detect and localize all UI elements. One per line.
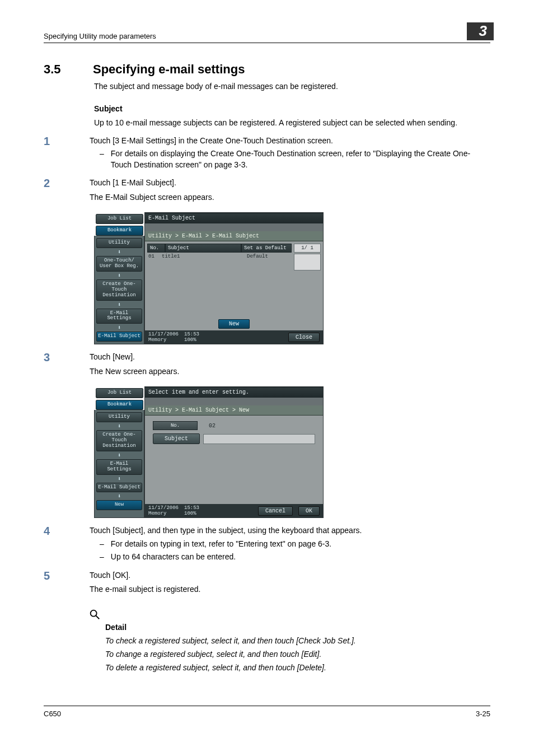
- step-4-bullet-2: Up to 64 characters can be entered.: [111, 552, 236, 563]
- detail-line-3: To delete a registered subject, select i…: [105, 663, 490, 672]
- utility-crumb[interactable]: Utility: [96, 412, 142, 422]
- subject-button[interactable]: Subject: [153, 433, 200, 444]
- chevron-down-icon: ⬇: [95, 249, 144, 255]
- step-1-text: Touch [3 E-Mail Settings] in the Create …: [90, 135, 490, 146]
- col-default: Set as Default: [241, 244, 292, 253]
- chapter-badge: 3: [467, 22, 494, 40]
- email-subject-screen: Job List Bookmark Utility ⬇ One-Touch/ U…: [94, 212, 490, 344]
- step-4-number: 4: [44, 525, 77, 538]
- col-subject: Subject: [165, 244, 241, 253]
- step-3-result: The New screen appears.: [90, 366, 490, 377]
- status-date: 11/17/2006: [148, 505, 179, 511]
- create-onetouch-crumb[interactable]: Create One-Touch Destination: [96, 279, 142, 301]
- utility-crumb[interactable]: Utility: [96, 238, 142, 248]
- bookmark-tab[interactable]: Bookmark: [96, 226, 143, 236]
- close-button[interactable]: Close: [288, 333, 320, 342]
- step-4-text: Touch [Subject], and then type in the su…: [90, 525, 490, 536]
- subject-heading: Subject: [94, 104, 490, 113]
- detail-heading: Detail: [105, 623, 490, 632]
- no-label: No.: [153, 421, 198, 430]
- job-list-tab[interactable]: Job List: [96, 388, 143, 398]
- no-value: 02: [209, 423, 216, 429]
- job-list-tab[interactable]: Job List: [96, 214, 143, 224]
- breadcrumb: Utility > E-Mail Subject > New: [145, 405, 323, 416]
- status-memory-label: Memory: [148, 511, 179, 516]
- detail-line-2: To change a registered subject, select i…: [105, 650, 490, 659]
- row-no[interactable]: 01: [148, 254, 162, 270]
- status-memory-value: 100%: [184, 511, 199, 516]
- intro-text: The subject and message body of e-mail m…: [94, 81, 490, 92]
- chevron-down-icon: ⬇: [95, 423, 144, 430]
- email-settings-crumb[interactable]: E-Mail Settings: [96, 309, 142, 324]
- email-subject-crumb[interactable]: E-Mail Subject: [96, 332, 142, 342]
- running-head: Specifying Utility mode parameters: [44, 32, 156, 40]
- row-default[interactable]: Default: [247, 254, 292, 270]
- step-5-number: 5: [44, 570, 77, 582]
- cancel-button[interactable]: Cancel: [258, 506, 293, 516]
- breadcrumb: Utility > E-Mail > E-Mail Subject: [145, 231, 323, 241]
- step-2-result: The E-Mail Subject screen appears.: [90, 192, 490, 203]
- chevron-down-icon: ⬇: [95, 475, 144, 482]
- status-memory-value: 100%: [184, 337, 199, 343]
- panel-title: E-Mail Subject: [145, 213, 323, 223]
- row-subject[interactable]: title1: [162, 254, 247, 270]
- svg-line-1: [96, 615, 99, 619]
- panel-title: Select item and enter setting.: [145, 387, 323, 398]
- bookmark-tab[interactable]: Bookmark: [96, 400, 143, 410]
- step-2-number: 2: [44, 177, 77, 190]
- chevron-down-icon: ⬇: [95, 301, 144, 308]
- step-2-text: Touch [1 E-Mail Subject].: [90, 177, 490, 188]
- onetouch-crumb[interactable]: One-Touch/ User Box Reg.: [96, 256, 142, 272]
- new-subject-screen: Job List Bookmark Utility ⬇ Create One-T…: [94, 386, 490, 518]
- subject-desc: Up to 10 e-mail message subjects can be …: [94, 118, 490, 128]
- step-3-text: Touch [New].: [90, 351, 490, 362]
- step-1-bullet: For details on displaying the Create One…: [111, 148, 490, 170]
- ok-button[interactable]: OK: [298, 506, 320, 516]
- footer-page: 3-25: [476, 710, 490, 718]
- new-crumb[interactable]: New: [96, 500, 142, 510]
- chevron-down-icon: ⬇: [95, 324, 144, 331]
- page-indicator: 1/ 1: [294, 244, 321, 253]
- status-date: 11/17/2006: [148, 332, 179, 337]
- step-1-number: 1: [44, 135, 77, 148]
- section-number: 3.5: [44, 62, 77, 77]
- email-subject-crumb[interactable]: E-Mail Subject: [96, 483, 142, 493]
- chevron-down-icon: ⬇: [95, 272, 144, 279]
- detail-icon: [88, 608, 101, 623]
- status-time: 15:53: [184, 332, 199, 337]
- detail-line-1: To check a registered subject, select it…: [105, 636, 490, 645]
- col-no: No.: [147, 244, 165, 253]
- step-4-bullet-1: For details on typing in text, refer to …: [111, 539, 331, 550]
- step-5-text: Touch [OK].: [90, 570, 490, 581]
- section-title: Specifying e-mail settings: [93, 62, 245, 77]
- create-onetouch-crumb[interactable]: Create One-Touch Destination: [96, 430, 142, 451]
- new-button[interactable]: New: [218, 319, 250, 329]
- status-memory-label: Memory: [148, 337, 179, 343]
- status-time: 15:53: [184, 505, 199, 511]
- chevron-down-icon: ⬇: [95, 452, 144, 459]
- chevron-down-icon: ⬇: [95, 493, 144, 500]
- footer-model: C650: [44, 710, 61, 718]
- step-5-result: The e-mail subject is registered.: [90, 584, 490, 595]
- email-settings-crumb[interactable]: E-Mail Settings: [96, 459, 142, 475]
- step-3-number: 3: [44, 351, 77, 364]
